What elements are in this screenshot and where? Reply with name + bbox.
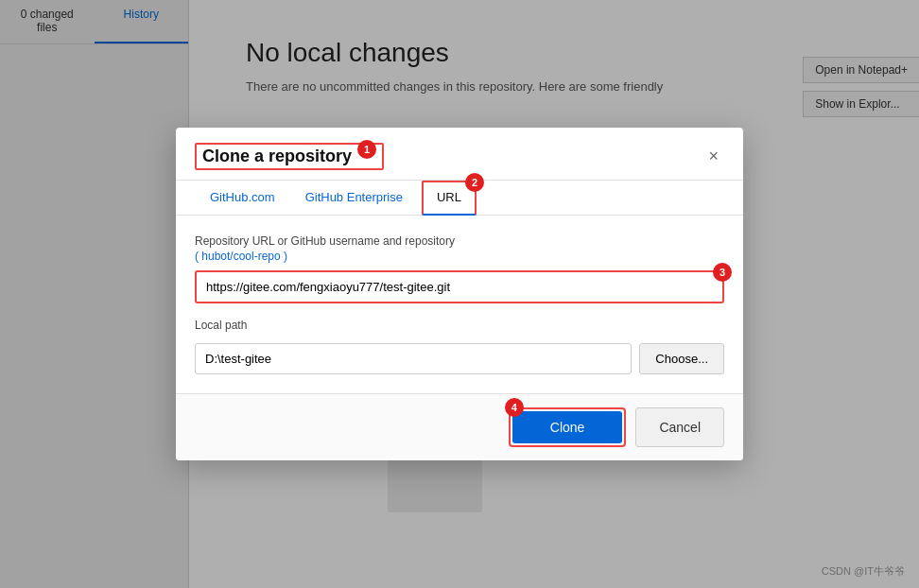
modal-title-outline: Clone a repository 1: [195, 143, 384, 170]
modal-overlay: Clone a repository 1 × GitHub.com GitHub…: [0, 0, 919, 588]
badge-3: 3: [713, 263, 732, 282]
modal-title-wrap: Clone a repository 1: [195, 143, 384, 170]
tab-url[interactable]: URL 2: [422, 181, 477, 216]
url-field-description: Repository URL or GitHub username and re…: [195, 234, 724, 248]
badge-2: 2: [465, 173, 484, 192]
local-path-input[interactable]: [195, 343, 632, 374]
modal-footer: 4 Clone Cancel: [176, 393, 743, 460]
modal-close-button[interactable]: ×: [702, 145, 724, 168]
modal-header: Clone a repository 1 ×: [176, 128, 743, 181]
tab-github-enterprise[interactable]: GitHub Enterprise: [290, 181, 418, 216]
url-input-wrap: 3: [195, 270, 724, 303]
local-path-input-wrap: [195, 343, 632, 374]
url-field-hint: ( hubot/cool-repo ): [195, 250, 724, 263]
clone-button[interactable]: Clone: [512, 411, 623, 443]
clone-modal: Clone a repository 1 × GitHub.com GitHub…: [176, 128, 743, 460]
clone-btn-wrap: 4 Clone: [509, 407, 627, 447]
badge-4: 4: [505, 398, 524, 417]
modal-tabs: GitHub.com GitHub Enterprise URL 2: [176, 181, 743, 216]
local-path-row: Choose...: [195, 343, 724, 374]
choose-button[interactable]: Choose...: [639, 343, 724, 374]
tab-github-com[interactable]: GitHub.com: [195, 181, 290, 216]
local-path-section: Local path Choose...: [195, 319, 724, 374]
modal-title: Clone a repository: [202, 147, 352, 166]
badge-1: 1: [357, 140, 376, 159]
local-path-label: Local path: [195, 319, 724, 332]
modal-body: Repository URL or GitHub username and re…: [176, 216, 743, 393]
url-input[interactable]: [197, 272, 722, 302]
url-field-section: Repository URL or GitHub username and re…: [195, 234, 724, 303]
cancel-button[interactable]: Cancel: [635, 407, 724, 447]
